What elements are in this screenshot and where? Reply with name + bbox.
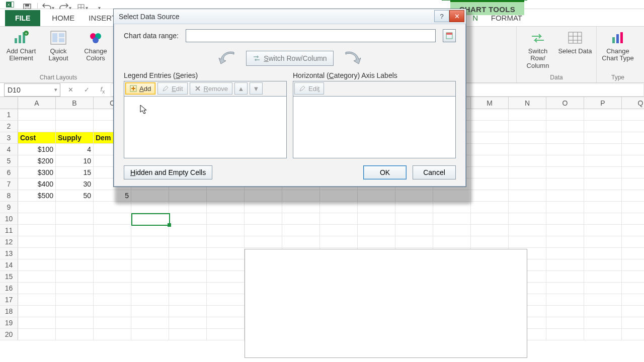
legend-remove-button[interactable]: Remove (190, 82, 232, 95)
cell[interactable] (131, 329, 169, 340)
cell[interactable] (245, 236, 282, 248)
cell[interactable]: 15 (56, 167, 94, 178)
cell[interactable] (509, 236, 546, 248)
legend-add-button[interactable]: Add (125, 82, 155, 95)
enter-formula-icon[interactable]: ✓ (80, 86, 93, 94)
dialog-close-button[interactable]: ✕ (449, 10, 464, 22)
cell[interactable] (584, 213, 622, 225)
cell[interactable] (622, 283, 644, 294)
chart-data-range-input[interactable] (186, 29, 436, 42)
cell[interactable] (131, 248, 169, 259)
cell[interactable] (395, 225, 433, 236)
cell[interactable] (509, 178, 546, 190)
cell[interactable] (471, 213, 509, 225)
cell[interactable]: $100 (18, 144, 56, 155)
legend-series-listbox[interactable] (124, 96, 287, 158)
cell[interactable] (546, 109, 584, 121)
cell[interactable] (207, 259, 245, 271)
cell[interactable] (207, 213, 245, 225)
cell[interactable] (509, 121, 546, 132)
cell[interactable] (546, 248, 584, 259)
cell[interactable] (18, 236, 56, 248)
cell[interactable] (169, 236, 207, 248)
axis-labels-listbox[interactable] (293, 96, 456, 158)
cell[interactable] (94, 294, 131, 306)
cell[interactable] (509, 202, 546, 213)
cell[interactable] (584, 155, 622, 167)
cell[interactable] (622, 109, 644, 121)
cell[interactable] (546, 225, 584, 236)
cell[interactable]: 10 (56, 155, 94, 167)
cell[interactable] (56, 283, 94, 294)
cell[interactable] (584, 190, 622, 202)
cell[interactable] (18, 271, 56, 283)
cell[interactable] (622, 178, 644, 190)
row-header[interactable]: 5 (0, 155, 18, 167)
row-header[interactable]: 20 (0, 329, 18, 340)
cell[interactable] (169, 283, 207, 294)
cell[interactable]: Supply (56, 132, 94, 144)
dialog-titlebar[interactable]: Select Data Source ? ✕ (114, 9, 466, 24)
cell[interactable] (622, 155, 644, 167)
cell[interactable] (471, 225, 509, 236)
cell[interactable] (622, 132, 644, 144)
cell[interactable] (169, 271, 207, 283)
cell[interactable] (622, 294, 644, 306)
cell[interactable] (169, 248, 207, 259)
cell[interactable] (56, 225, 94, 236)
cell[interactable] (18, 121, 56, 132)
cell[interactable] (584, 225, 622, 236)
cell[interactable] (471, 132, 509, 144)
cell[interactable] (56, 329, 94, 340)
cell[interactable] (18, 259, 56, 271)
cell[interactable] (622, 144, 644, 155)
cell[interactable] (56, 294, 94, 306)
cell[interactable] (320, 225, 358, 236)
cell[interactable] (584, 132, 622, 144)
cell[interactable]: $300 (18, 167, 56, 178)
select-all-corner[interactable] (0, 97, 18, 109)
cell[interactable]: Cost (18, 132, 56, 144)
cell[interactable] (56, 271, 94, 283)
cell[interactable] (56, 259, 94, 271)
cell[interactable] (320, 213, 358, 225)
name-box[interactable]: D10 (4, 83, 60, 97)
cell[interactable] (471, 190, 509, 202)
cell[interactable] (509, 225, 546, 236)
cell[interactable] (131, 317, 169, 329)
cell[interactable] (471, 109, 509, 121)
cell[interactable] (131, 294, 169, 306)
cell[interactable] (207, 283, 245, 294)
cancel-button[interactable]: Cancel (413, 165, 456, 179)
embedded-chart-object[interactable] (245, 249, 527, 358)
cell[interactable] (207, 271, 245, 283)
cell[interactable] (584, 283, 622, 294)
row-header[interactable]: 9 (0, 202, 18, 213)
cell[interactable] (622, 190, 644, 202)
column-header[interactable]: Q (622, 97, 644, 109)
row-header[interactable]: 18 (0, 306, 18, 317)
cell[interactable] (395, 213, 433, 225)
cell[interactable] (94, 283, 131, 294)
cell[interactable] (622, 167, 644, 178)
switch-row-column-ribbon-button[interactable]: Switch Row/ Column (521, 29, 555, 69)
cell[interactable] (245, 213, 282, 225)
cell[interactable] (546, 236, 584, 248)
cell[interactable] (131, 283, 169, 294)
cell[interactable]: $400 (18, 178, 56, 190)
cell[interactable] (18, 109, 56, 121)
column-header[interactable]: N (509, 97, 546, 109)
cell[interactable] (546, 317, 584, 329)
cell[interactable] (584, 294, 622, 306)
cell[interactable] (18, 329, 56, 340)
cell[interactable] (584, 202, 622, 213)
row-header[interactable]: 7 (0, 178, 18, 190)
column-header[interactable]: O (546, 97, 584, 109)
row-headers[interactable]: 1234567891011121314151617181920 (0, 109, 18, 340)
cell[interactable] (94, 306, 131, 317)
cell[interactable] (94, 213, 131, 225)
cell[interactable] (56, 213, 94, 225)
cell[interactable] (584, 178, 622, 190)
cell[interactable] (207, 236, 245, 248)
row-header[interactable]: 10 (0, 213, 18, 225)
